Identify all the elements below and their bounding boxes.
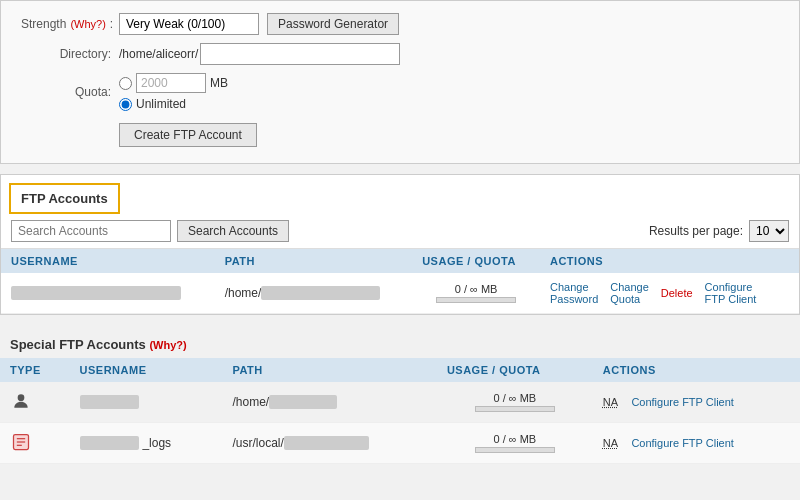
directory-input[interactable] [200, 43, 400, 65]
delete-link[interactable]: Delete [661, 287, 693, 299]
special-username-blurred-1: ███████ [80, 395, 140, 409]
ftp-accounts-section: FTP Accounts Search Accounts Results per… [0, 174, 800, 315]
password-generator-btn[interactable]: Password Generator [267, 13, 399, 35]
special-username-1: ███████ [70, 382, 223, 423]
special-path-blurred-2: ██████████ [284, 436, 369, 450]
special-table-head: Type Username Path Usage / Quota Actions [0, 358, 800, 382]
special-type-1 [0, 382, 70, 423]
quota-row: Quota: MB Unlimited [21, 73, 779, 111]
col-username: Username [1, 249, 215, 273]
special-why-link[interactable]: (Why?) [149, 339, 186, 351]
usage-bar [436, 297, 516, 303]
username-blurred: ████████████████████ [11, 286, 181, 300]
search-left: Search Accounts [11, 220, 289, 242]
quota-unlimited-option: Unlimited [119, 97, 186, 111]
results-per-page: Results per page: 10 25 50 [649, 220, 789, 242]
strength-input [119, 13, 259, 35]
accounts-table-head: Username Path Usage / Quota Actions [1, 249, 799, 273]
special-actions-2: NA Configure FTP Client [593, 423, 800, 464]
quota-unlimited-radio[interactable] [119, 98, 132, 111]
special-table-body: ███████ /home/████████ 0 / ∞ MB NA [0, 382, 800, 464]
special-usage-text-2: 0 / ∞ MB [493, 433, 536, 445]
results-per-page-select[interactable]: 10 25 50 [749, 220, 789, 242]
quota-input[interactable] [136, 73, 206, 93]
special-path-1: /home/████████ [222, 382, 436, 423]
special-usage-bar-2 [475, 447, 555, 453]
special-ftp-title-text: Special FTP Accounts [10, 337, 146, 352]
special-path-2: /usr/local/██████████ [222, 423, 436, 464]
directory-row: Directory: /home/aliceorr/ [21, 43, 779, 65]
usage-text: 0 / ∞ MB [455, 283, 498, 295]
configure-ftp-client-link-1[interactable]: Configure FTP Client [631, 396, 734, 408]
special-usage-container-1: 0 / ∞ MB [447, 392, 583, 412]
accounts-table-header-row: Username Path Usage / Quota Actions [1, 249, 799, 273]
special-table-row-1: ███████ /home/████████ 0 / ∞ MB NA [0, 382, 800, 423]
quota-unlimited-label: Unlimited [136, 97, 186, 111]
change-password-link[interactable]: ChangePassword [550, 281, 598, 305]
special-col-usage: Usage / Quota [437, 358, 593, 382]
configure-ftp-client-link-2[interactable]: Configure FTP Client [631, 437, 734, 449]
special-col-path: Path [222, 358, 436, 382]
special-usage-bar-1 [475, 406, 555, 412]
special-username-2: ███████ _logs [70, 423, 223, 464]
na-text-1: NA [603, 396, 618, 408]
special-username-blurred-2: ███████ [80, 436, 140, 450]
account-actions: ChangePassword ChangeQuota Delete Config… [540, 273, 799, 314]
accounts-table-body: ████████████████████ /home/█████████████… [1, 273, 799, 314]
create-ftp-account-btn[interactable]: Create FTP Account [119, 123, 257, 147]
search-accounts-btn[interactable]: Search Accounts [177, 220, 289, 242]
strength-label: Strength (Why?): [21, 17, 111, 31]
account-username: ████████████████████ [1, 273, 215, 314]
special-col-type: Type [0, 358, 70, 382]
col-usage-quota: Usage / Quota [412, 249, 540, 273]
na-text-2: NA [603, 437, 618, 449]
configure-ftp-client-link[interactable]: ConfigureFTP Client [705, 281, 757, 305]
strength-why-link[interactable]: (Why?) [70, 18, 105, 30]
results-per-page-label: Results per page: [649, 224, 743, 238]
special-type-2 [0, 423, 70, 464]
usage-bar-container: 0 / ∞ MB [422, 283, 530, 303]
special-ftp-accounts-section: Special FTP Accounts (Why?) Type Usernam… [0, 331, 800, 474]
table-row: ████████████████████ /home/█████████████… [1, 273, 799, 314]
special-ftp-title: Special FTP Accounts (Why?) [0, 331, 800, 358]
quota-mb-option: MB [119, 73, 228, 93]
svg-point-0 [18, 394, 25, 401]
top-section: Strength (Why?): Password Generator Dire… [0, 0, 800, 164]
special-header-row: Type Username Path Usage / Quota Actions [0, 358, 800, 382]
col-actions: Actions [540, 249, 799, 273]
change-quota-link[interactable]: ChangeQuota [610, 281, 649, 305]
quota-mb-radio[interactable] [119, 77, 132, 90]
quota-label: Quota: [21, 85, 111, 99]
strength-row: Strength (Why?): Password Generator [21, 13, 779, 35]
search-accounts-input[interactable] [11, 220, 171, 242]
special-usage-text-1: 0 / ∞ MB [493, 392, 536, 404]
special-col-username: Username [70, 358, 223, 382]
account-usage: 0 / ∞ MB [412, 273, 540, 314]
quota-mb-label: MB [210, 76, 228, 90]
path-blurred: ██████████████ [261, 286, 380, 300]
special-path-blurred-1: ████████ [269, 395, 337, 409]
directory-label: Directory: [21, 47, 111, 61]
special-usage-1: 0 / ∞ MB [437, 382, 593, 423]
logs-icon [10, 431, 32, 453]
special-usage-2: 0 / ∞ MB [437, 423, 593, 464]
special-col-actions: Actions [593, 358, 800, 382]
quota-options: MB Unlimited [119, 73, 228, 111]
special-usage-container-2: 0 / ∞ MB [447, 433, 583, 453]
directory-prefix: /home/aliceorr/ [119, 47, 198, 61]
search-bar: Search Accounts Results per page: 10 25 … [1, 214, 799, 249]
user-icon [10, 390, 32, 412]
special-table-row-2: ███████ _logs /usr/local/██████████ 0 / … [0, 423, 800, 464]
ftp-accounts-header: FTP Accounts [9, 183, 120, 214]
actions-cell: ChangePassword ChangeQuota Delete Config… [550, 281, 789, 305]
special-actions-1: NA Configure FTP Client [593, 382, 800, 423]
account-path: /home/██████████████ [215, 273, 413, 314]
special-ftp-table: Type Username Path Usage / Quota Actions [0, 358, 800, 464]
col-path: Path [215, 249, 413, 273]
ftp-accounts-table: Username Path Usage / Quota Actions ████… [1, 249, 799, 314]
